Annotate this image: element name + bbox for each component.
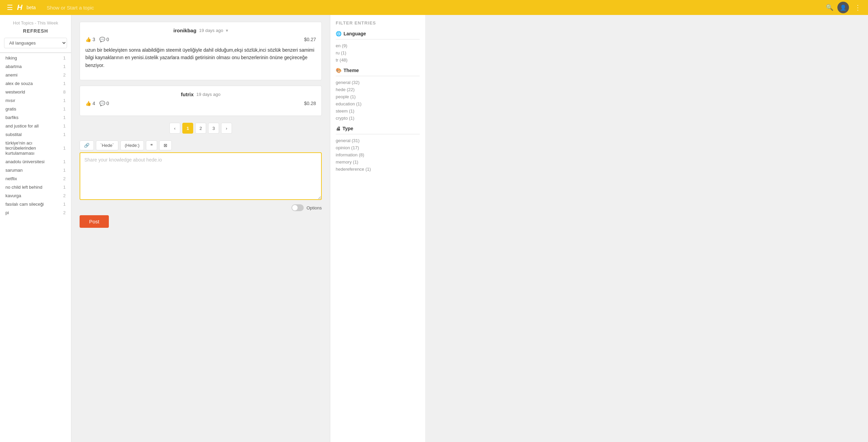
sidebar-item-8[interactable]: and justice for all1 xyxy=(0,122,71,130)
post-meta-left-2: 👍 4 💬 0 xyxy=(85,101,109,106)
sidebar-item-13[interactable]: netflix2 xyxy=(0,174,71,183)
sidebar-item-count-9: 1 xyxy=(63,132,66,137)
sidebar-item-4[interactable]: westworld8 xyxy=(0,88,71,96)
sidebar-item-16[interactable]: fasılalı cam sileceği1 xyxy=(0,200,71,208)
editor-hede-paren-button[interactable]: (Hede:) xyxy=(120,140,144,150)
editor-toolbar: 🔗 `Hede` (Hede:) ❝ ⊠ xyxy=(80,140,322,150)
filter-theme-items: general (32)hede (22)people (1)education… xyxy=(336,79,420,122)
page-button-3[interactable]: 3 xyxy=(208,123,219,134)
sidebar-item-11[interactable]: anadolu üniversitesi1 xyxy=(0,157,71,166)
language-select[interactable]: All languages xyxy=(4,38,67,48)
sidebar-item-10[interactable]: türkiye'nin acı tecrübelerinden kurtulam… xyxy=(0,139,71,157)
filter-type-item-3[interactable]: memory (1) xyxy=(336,158,420,166)
sidebar-item-2[interactable]: anemi2 xyxy=(0,71,71,79)
filter-theme-item-0[interactable]: general (32) xyxy=(336,79,420,86)
sidebar-item-9[interactable]: substital1 xyxy=(0,130,71,139)
filter-theme-item-2[interactable]: people (1) xyxy=(336,93,420,100)
sidebar-item-count-13: 2 xyxy=(63,176,66,181)
more-options-icon[interactable]: ⋮ xyxy=(854,3,861,12)
sidebar-item-label-17: pi xyxy=(5,210,9,215)
sidebar-item-label-2: anemi xyxy=(5,72,17,78)
post-body-1: uzun bir bekleyişten sonra alabildiğim s… xyxy=(85,46,316,69)
sidebar-item-count-7: 1 xyxy=(63,115,66,120)
sidebar-item-count-12: 1 xyxy=(63,168,66,173)
post-card-1: ironikbag 19 days ago ▾ 👍 3 💬 0 $0.27 xyxy=(80,22,322,80)
filter-divider-1 xyxy=(336,39,420,39)
filter-lang-item-2[interactable]: tr (48) xyxy=(336,56,420,64)
thumb-icon-1: 👍 xyxy=(85,37,91,42)
sidebar-item-5[interactable]: mısır1 xyxy=(0,96,71,105)
post-button-wrapper: Post xyxy=(80,215,322,228)
refresh-button[interactable]: REFRESH xyxy=(0,28,71,34)
post-meta-2: 👍 4 💬 0 $0.28 xyxy=(85,101,316,106)
search-icon[interactable]: 🔍 xyxy=(826,4,833,11)
filter-theme-item-5[interactable]: crypto (1) xyxy=(336,115,420,122)
sidebar-item-3[interactable]: alex de souza1 xyxy=(0,79,71,88)
sidebar-item-17[interactable]: pi2 xyxy=(0,208,71,217)
menu-icon[interactable]: ☰ xyxy=(7,3,13,12)
filter-theme-label: Theme xyxy=(344,68,359,73)
sidebar-item-label-13: netflix xyxy=(5,176,17,181)
sidebar-item-count-0: 1 xyxy=(63,55,66,61)
filter-type-item-0[interactable]: general (31) xyxy=(336,137,420,144)
filter-type-item-1[interactable]: opinion (17) xyxy=(336,144,420,151)
filter-lang-item-0[interactable]: en (9) xyxy=(336,42,420,49)
sidebar-item-label-9: substital xyxy=(5,132,22,137)
comments-count-1: 0 xyxy=(106,37,109,42)
sidebar-item-6[interactable]: gratis1 xyxy=(0,105,71,113)
prev-page-button[interactable]: ‹ xyxy=(169,123,180,134)
sidebar-item-label-11: anadolu üniversitesi xyxy=(5,159,45,164)
sidebar-item-count-6: 1 xyxy=(63,106,66,112)
post-price-2: $0.28 xyxy=(304,101,316,106)
options-toggle: Options xyxy=(291,204,322,211)
collapse-button-1[interactable]: ▾ xyxy=(226,28,228,33)
editor-textarea[interactable] xyxy=(80,152,322,200)
editor-quote-button[interactable]: ❝ xyxy=(146,140,157,150)
sidebar-item-label-1: abartma xyxy=(5,64,22,69)
avatar[interactable]: 👤 xyxy=(837,2,849,13)
filter-theme-item-1[interactable]: hede (22) xyxy=(336,86,420,93)
page-button-2[interactable]: 2 xyxy=(195,123,206,134)
filter-type-item-4[interactable]: hedereference (1) xyxy=(336,166,420,173)
page-button-1[interactable]: 1 xyxy=(182,123,193,134)
sidebar-item-12[interactable]: saruman1 xyxy=(0,166,71,174)
filter-language-label: Language xyxy=(344,31,366,36)
sidebar-item-label-16: fasılalı cam sileceği xyxy=(5,202,44,207)
filter-panel: FILTER ENTRIES 🌐 Language en (9)ru (1)tr… xyxy=(330,15,425,442)
sidebar-item-label-14: no child left behind xyxy=(5,185,42,190)
sidebar-item-1[interactable]: abartma1 xyxy=(0,62,71,71)
post-price-1: $0.27 xyxy=(304,37,316,42)
sidebar-item-15[interactable]: kavurga2 xyxy=(0,191,71,200)
likes-1: 👍 3 xyxy=(85,37,95,42)
sidebar-item-count-17: 2 xyxy=(63,210,66,215)
filter-lang-item-1[interactable]: ru (1) xyxy=(336,49,420,56)
sidebar-item-label-5: mısır xyxy=(5,98,15,103)
filter-divider-2 xyxy=(336,76,420,76)
filter-type-item-2[interactable]: information (8) xyxy=(336,151,420,158)
post-time-1: 19 days ago xyxy=(199,28,223,33)
options-switch[interactable] xyxy=(291,204,304,211)
sidebar-item-7[interactable]: barfiks1 xyxy=(0,113,71,122)
post-button[interactable]: Post xyxy=(80,215,109,228)
next-page-button[interactable]: › xyxy=(221,123,232,134)
sidebar-item-label-15: kavurga xyxy=(5,193,21,198)
sidebar-item-count-5: 1 xyxy=(63,98,66,103)
sidebar-item-count-8: 1 xyxy=(63,123,66,129)
editor-hede-button[interactable]: `Hede` xyxy=(96,140,118,150)
beta-label: beta xyxy=(27,5,36,10)
thumb-icon-2: 👍 xyxy=(85,101,91,106)
sidebar-item-label-7: barfiks xyxy=(5,115,18,120)
editor-image-button[interactable]: ⊠ xyxy=(159,140,172,150)
sidebar-item-14[interactable]: no child left behind1 xyxy=(0,183,71,191)
filter-theme-item-3[interactable]: education (1) xyxy=(336,100,420,107)
filter-theme-item-4[interactable]: steem (1) xyxy=(336,107,420,115)
likes-count-2: 4 xyxy=(93,101,95,106)
sidebar-item-label-10: türkiye'nin acı tecrübelerinden kurtulam… xyxy=(5,140,63,156)
editor: 🔗 `Hede` (Hede:) ❝ ⊠ Options Post xyxy=(80,140,322,228)
filter-divider-3 xyxy=(336,134,420,134)
search-input[interactable] xyxy=(47,5,815,11)
sidebar-item-0[interactable]: hiking1 xyxy=(0,54,71,62)
sidebar-item-label-4: westworld xyxy=(5,89,25,95)
editor-link-button[interactable]: 🔗 xyxy=(80,140,94,150)
app-layout: Hot Topics - This Week REFRESH All langu… xyxy=(0,15,868,442)
